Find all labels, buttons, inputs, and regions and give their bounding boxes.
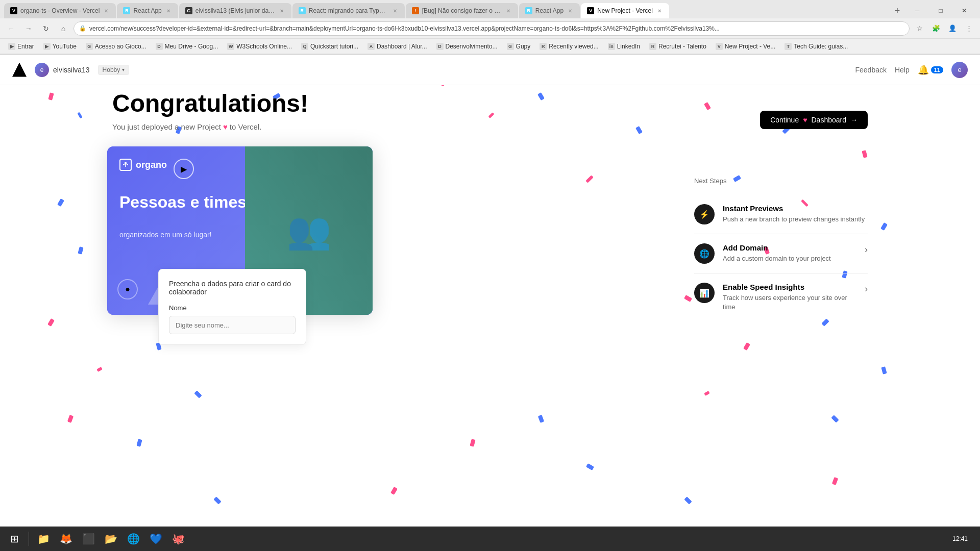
close-button[interactable]: ✕ [952, 2, 976, 20]
browser-tab-tab5[interactable]: ! [Bug] Não consigo fazer o de... ✕ [406, 3, 518, 18]
confetti-18 [136, 439, 142, 447]
step-name-1: Add Domain [723, 243, 856, 252]
vercel-logo-icon[interactable] [12, 63, 27, 77]
taskbar-item-start[interactable]: ⊞ [4, 529, 24, 549]
bookmark-7[interactable]: D Desenvolvimento... [432, 42, 502, 51]
next-steps-title: Next Steps [694, 177, 868, 185]
tab-bar: V organo-ts - Overview - Vercel ✕ R Reac… [0, 0, 980, 18]
notification-count: 11 [931, 66, 943, 73]
step-icon-1: 🌐 [694, 243, 715, 264]
preview-play-button[interactable]: ▶ [174, 159, 194, 179]
step-content-1: Add Domain Add a custom domain to your p… [723, 243, 856, 263]
browser-tab-tab7[interactable]: V New Project - Vercel ✕ [581, 3, 669, 18]
navigation-bar: ← → ↻ ⌂ 🔒 vercel.com/new/success?develop… [0, 18, 980, 39]
tab-close-tab6[interactable]: ✕ [567, 7, 574, 14]
new-tab-button[interactable]: + [890, 4, 904, 18]
taskbar-item-terminal[interactable]: ⬛ [78, 529, 99, 549]
maximize-button[interactable]: □ [929, 2, 952, 20]
tab-close-tab1[interactable]: ✕ [103, 7, 110, 14]
next-step-2[interactable]: 📊 Enable Speed Insights Track how users … [694, 273, 868, 321]
confetti-10 [78, 246, 83, 255]
browser-tab-tab3[interactable]: G elvissilva13 (Elvis junior da si... ✕ [179, 3, 291, 18]
tab-close-tab5[interactable]: ✕ [505, 7, 512, 14]
reload-button[interactable]: ↻ [39, 21, 53, 36]
bookmark-10[interactable]: in LinkedIn [604, 42, 644, 51]
feedback-link[interactable]: Feedback [855, 66, 886, 74]
preview-logo-icon [119, 159, 132, 171]
congrats-suffix: to Vercel. [230, 122, 262, 131]
next-step-1[interactable]: 🌐 Add Domain Add a custom domain to your… [694, 234, 868, 273]
bookmark-2[interactable]: G Acesso ao Gioco... [82, 42, 151, 51]
confetti-29 [743, 342, 750, 350]
taskbar-item-vscode[interactable]: 💙 [145, 529, 166, 549]
bookmark-0[interactable]: ▶ Entrar [4, 42, 38, 51]
taskbar-item-file-manager[interactable]: 📂 [101, 529, 121, 549]
bookmarks-bar: ▶ Entrar ▶ YouTube G Acesso ao Gioco... … [0, 39, 980, 54]
user-avatar-header[interactable]: e [951, 62, 968, 78]
tab-close-tab7[interactable]: ✕ [656, 7, 663, 14]
username-label: elvissilva13 [53, 66, 90, 74]
browser-tab-tab2[interactable]: R React App ✕ [117, 3, 178, 18]
preview-logo-text: organo [136, 160, 167, 170]
bookmark-4[interactable]: W W3Schools Online... [223, 42, 296, 51]
bookmark-13[interactable]: T Tech Guide: guias... [780, 42, 852, 51]
bookmark-8[interactable]: G Gupy [503, 42, 535, 51]
next-step-0[interactable]: ⚡ Instant Previews Push a new branch to … [694, 195, 868, 234]
preview-people-illustration: 👥 [287, 210, 331, 252]
extensions-button[interactable]: 🧩 [929, 21, 943, 36]
svg-rect-2 [125, 162, 127, 164]
back-button[interactable]: ← [4, 21, 18, 36]
taskbar-item-files[interactable]: 📁 [33, 529, 54, 549]
lock-icon: 🔒 [79, 25, 86, 32]
taskbar-time: 12:41 [952, 535, 976, 542]
tab-close-tab2[interactable]: ✕ [165, 7, 172, 14]
bookmark-9[interactable]: R Recently viewed... [535, 42, 602, 51]
plan-badge: Hobby ▾ [98, 65, 130, 75]
confetti-1 [48, 93, 54, 101]
confetti-13 [47, 318, 55, 327]
continue-label: Continue [770, 116, 799, 124]
home-button[interactable]: ⌂ [56, 21, 70, 36]
confetti-39 [390, 487, 398, 495]
heart-emoji: ♥ [223, 122, 228, 131]
address-bar[interactable]: 🔒 vercel.com/new/success?developer-id=&e… [74, 21, 910, 36]
help-link[interactable]: Help [895, 66, 910, 74]
chevron-down-icon: ▾ [122, 67, 125, 72]
bookmark-12[interactable]: V New Project - Ve... [712, 42, 779, 51]
taskbar-item-firefox[interactable]: 🦊 [56, 529, 76, 549]
taskbar-item-chrome[interactable]: 🌐 [123, 529, 143, 549]
forward-button[interactable]: → [21, 21, 36, 36]
browser-chrome: V organo-ts - Overview - Vercel ✕ R Reac… [0, 0, 980, 55]
tab-close-tab4[interactable]: ✕ [391, 7, 399, 14]
page-content: e elvissilva13 Hobby ▾ Feedback Help 🔔 1… [0, 55, 980, 535]
bookmark-5[interactable]: Q Quickstart tutori... [297, 42, 362, 51]
bookmark-1[interactable]: ▶ YouTube [39, 42, 81, 51]
minimize-button[interactable]: ─ [905, 2, 929, 20]
name-input[interactable] [169, 316, 296, 334]
header-right: Feedback Help 🔔 11 e [855, 62, 968, 78]
app-card-title: Preencha o dados para criar o card do co… [169, 280, 296, 296]
browser-tab-tab6[interactable]: R React App ✕ [519, 3, 580, 18]
preview-small-circle: ● [117, 279, 138, 299]
tab-close-tab3[interactable]: ✕ [278, 7, 285, 14]
bookmark-11[interactable]: R Recrutei - Talento [645, 42, 710, 51]
vercel-header: e elvissilva13 Hobby ▾ Feedback Help 🔔 1… [0, 55, 980, 85]
preview-logo: organo [119, 159, 167, 171]
next-steps-section: Next Steps ⚡ Instant Previews Push a new… [694, 177, 868, 321]
continue-dashboard-button[interactable]: Continue ♥ Dashboard → [760, 111, 868, 129]
bookmarks-button[interactable]: ☆ [913, 21, 927, 36]
plan-label: Hobby [103, 66, 120, 73]
step-arrow-1: › [865, 244, 868, 255]
confetti-17 [67, 415, 74, 423]
user-info[interactable]: e elvissilva13 [35, 63, 90, 77]
browser-tab-tab1[interactable]: V organo-ts - Overview - Vercel ✕ [4, 3, 116, 18]
taskbar-item-github[interactable]: 🐙 [168, 529, 188, 549]
bookmark-3[interactable]: D Meu Drive - Goog... [152, 42, 223, 51]
notification-button[interactable]: 🔔 11 [918, 64, 943, 76]
step-desc-2: Track how users experience your site ove… [723, 293, 856, 312]
profile-button[interactable]: 👤 [945, 21, 960, 36]
step-icon-0: ⚡ [694, 204, 715, 224]
browser-tab-tab4[interactable]: R React: migrando para TypeS... ✕ [292, 3, 405, 18]
bookmark-6[interactable]: A Dashboard | Alur... [363, 42, 431, 51]
menu-button[interactable]: ⋮ [962, 21, 976, 36]
